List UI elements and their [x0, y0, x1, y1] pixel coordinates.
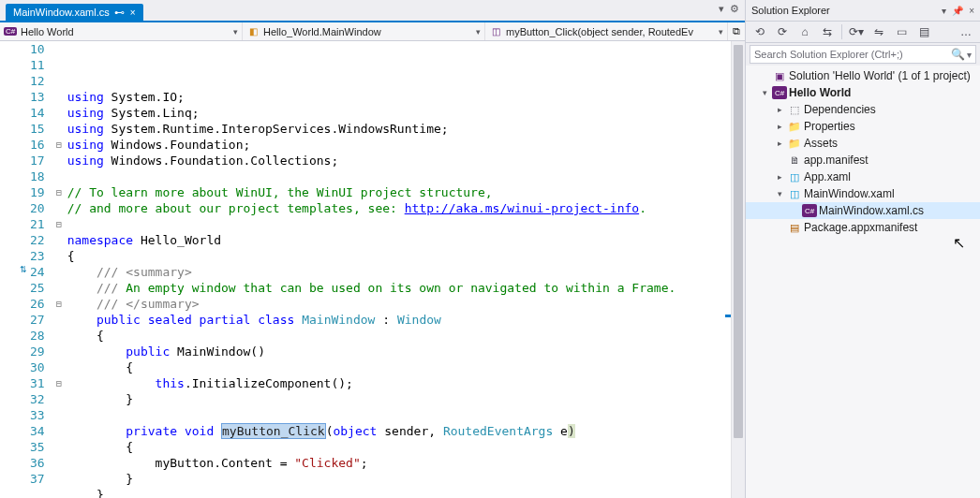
- file-tab-active[interactable]: MainWindow.xaml.cs ⊷ ×: [6, 4, 143, 21]
- code-line[interactable]: private void myButton_Click(object sende…: [67, 423, 731, 439]
- code-line[interactable]: using Windows.Foundation.Collections;: [67, 153, 731, 168]
- expander-icon[interactable]: ▸: [774, 122, 785, 131]
- code-line[interactable]: [67, 168, 731, 184]
- code-line[interactable]: namespace Hello_World: [67, 232, 731, 248]
- tree-item[interactable]: C#MainWindow.xaml.cs: [746, 202, 980, 219]
- search-input[interactable]: [754, 49, 951, 60]
- code-line[interactable]: using System.Runtime.InteropServices.Win…: [67, 121, 731, 137]
- search-dropdown-icon[interactable]: ▾: [967, 50, 972, 60]
- code-line[interactable]: }: [67, 391, 731, 407]
- refresh-button[interactable]: ⟳▾: [848, 23, 865, 40]
- nav-class-label: Hello_World.MainWindow: [263, 26, 381, 37]
- code-line[interactable]: {: [67, 248, 731, 264]
- tree-item[interactable]: ▸◫App.xaml: [746, 168, 980, 185]
- expander-icon[interactable]: ▸: [774, 105, 785, 114]
- expander-icon[interactable]: ▸: [774, 172, 785, 182]
- search-box[interactable]: 🔍 ▾: [750, 45, 976, 64]
- line-number: 16: [30, 137, 45, 153]
- properties-button[interactable]: ▤: [915, 23, 932, 40]
- code-line[interactable]: /// <summary>: [67, 264, 731, 280]
- code-line[interactable]: {: [67, 439, 731, 455]
- nav-member-dropdown[interactable]: ◫ myButton_Click(object sender, RoutedEv…: [485, 22, 728, 40]
- editor-tab-strip: MainWindow.xaml.cs ⊷ × ▾ ⚙: [0, 0, 745, 21]
- code-editor[interactable]: ⇅ 10111213141516171819202122232425262728…: [0, 41, 745, 498]
- code-line[interactable]: {: [67, 328, 731, 344]
- code-line[interactable]: myButton.Content = "Clicked";: [67, 455, 731, 471]
- gear-icon[interactable]: ⚙: [730, 3, 739, 15]
- more-button[interactable]: …: [958, 23, 974, 40]
- code-line[interactable]: /// An empty window that can be used on …: [67, 280, 731, 296]
- fold-toggle[interactable]: ⊟: [52, 216, 66, 232]
- fold-toggle[interactable]: ⊟: [52, 296, 66, 312]
- fold-toggle: [52, 359, 66, 375]
- fold-toggle[interactable]: ⊟: [52, 184, 66, 200]
- tree-item[interactable]: ▤Package.appxmanifest: [746, 219, 980, 236]
- showall-button[interactable]: ▭: [893, 23, 910, 40]
- pin-icon[interactable]: ⊷: [115, 7, 125, 17]
- fold-toggle: [52, 439, 66, 455]
- tree-item[interactable]: 🗎app.manifest: [746, 152, 980, 168]
- line-number: 21: [30, 216, 45, 232]
- cs-icon: C#: [772, 86, 787, 99]
- back-button[interactable]: ⟲: [751, 23, 768, 40]
- code-text-area[interactable]: using System.IO;using System.Linq;using …: [66, 41, 731, 498]
- tree-item[interactable]: ▾C#Hello World: [746, 84, 980, 101]
- code-line[interactable]: /// </summary>: [67, 296, 731, 312]
- expander-icon[interactable]: ▸: [774, 139, 785, 148]
- breakpoint-margin[interactable]: [0, 41, 17, 498]
- xaml-icon: ◫: [787, 187, 802, 200]
- code-line[interactable]: [67, 216, 731, 232]
- tree-item-label: Assets: [804, 137, 838, 150]
- tree-item[interactable]: ▸📁Properties: [746, 118, 980, 135]
- outlining-margin[interactable]: ⊟⊟⊟⊟⊟: [52, 41, 66, 498]
- vertical-scrollbar[interactable]: [731, 41, 745, 498]
- sync-button[interactable]: ⇆: [819, 23, 836, 40]
- expander-icon[interactable]: ▾: [774, 189, 785, 198]
- collapse-button[interactable]: ⇋: [870, 23, 887, 40]
- code-line[interactable]: // and more about our project templates,…: [67, 200, 731, 216]
- code-line[interactable]: using System.IO;: [67, 89, 731, 105]
- search-icon[interactable]: 🔍: [951, 48, 965, 61]
- code-line[interactable]: [67, 407, 731, 423]
- scroll-thumb[interactable]: [734, 45, 743, 438]
- panel-menu-icon[interactable]: ▾: [942, 6, 946, 16]
- chevron-down-icon: ▾: [719, 27, 723, 37]
- line-number: 33: [30, 407, 45, 423]
- tree-item[interactable]: ▸⬚Dependencies: [746, 101, 980, 118]
- line-number: 20: [30, 200, 45, 216]
- method-icon: ◫: [489, 25, 502, 38]
- tree-item[interactable]: ▸📁Assets: [746, 135, 980, 152]
- fold-toggle: [52, 280, 66, 296]
- code-line[interactable]: using Windows.Foundation;: [67, 137, 731, 153]
- code-line[interactable]: }: [67, 471, 731, 487]
- forward-button[interactable]: ⟳: [774, 23, 791, 40]
- line-number: 11: [30, 57, 45, 73]
- code-line[interactable]: public MainWindow(): [67, 344, 731, 359]
- fold-toggle[interactable]: ⊟: [52, 375, 66, 391]
- code-line[interactable]: public sealed partial class MainWindow :…: [67, 312, 731, 328]
- solution-tree[interactable]: ▣Solution 'Hello World' (1 of 1 project)…: [746, 66, 980, 498]
- pin-icon[interactable]: 📌: [952, 6, 963, 16]
- file-icon: 🗎: [787, 154, 802, 167]
- code-line[interactable]: {: [67, 359, 731, 375]
- fold-toggle: [52, 200, 66, 216]
- expander-icon[interactable]: ▾: [759, 88, 770, 97]
- line-number: 14: [30, 105, 45, 121]
- code-line[interactable]: // To learn more about WinUI, the WinUI …: [67, 184, 731, 200]
- home-button[interactable]: ⌂: [796, 23, 813, 40]
- tree-item[interactable]: ▣Solution 'Hello World' (1 of 1 project): [746, 67, 980, 84]
- code-line[interactable]: }: [67, 487, 731, 498]
- close-icon[interactable]: ×: [969, 6, 974, 16]
- nav-project-dropdown[interactable]: C# Hello World ▾: [0, 22, 243, 40]
- folder-icon: 📁: [787, 137, 802, 150]
- tree-item[interactable]: ▾◫MainWindow.xaml: [746, 185, 980, 202]
- tab-dropdown-icon[interactable]: ▾: [719, 3, 724, 15]
- code-line[interactable]: using System.Linq;: [67, 105, 731, 121]
- code-line[interactable]: this.InitializeComponent();: [67, 375, 731, 391]
- split-editor-button[interactable]: ⧉: [728, 22, 745, 40]
- fold-toggle: [52, 248, 66, 264]
- close-icon[interactable]: ×: [130, 7, 136, 18]
- nav-class-dropdown[interactable]: ◧ Hello_World.MainWindow ▾: [243, 22, 485, 40]
- fold-toggle[interactable]: ⊟: [52, 137, 66, 153]
- fold-toggle: [52, 344, 66, 359]
